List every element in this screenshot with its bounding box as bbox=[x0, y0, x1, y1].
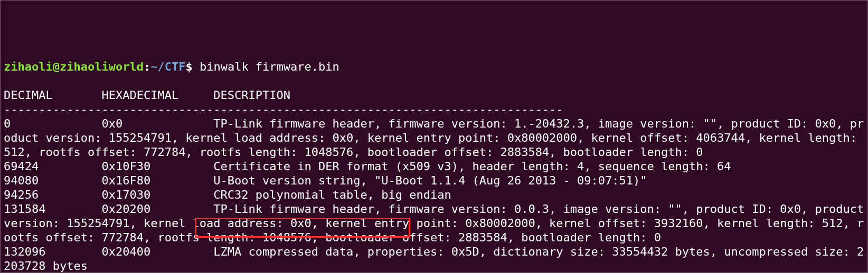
output-line: 0 0x0 TP-Link firmware header, firmware … bbox=[4, 117, 864, 159]
prompt-at: @ bbox=[53, 60, 60, 73]
command-text: binwalk firmware.bin bbox=[200, 60, 339, 73]
prompt-host: zihaoliworld bbox=[60, 60, 144, 73]
output-line: 94080 0x16F80 U-Boot version string, "U-… bbox=[4, 174, 647, 187]
output-rule: ----------------------------------------… bbox=[4, 103, 563, 116]
output-line: 131584 0x20200 TP-Link firmware header, … bbox=[4, 202, 868, 244]
output-line: 94256 0x17030 CRC32 polynomial table, bi… bbox=[4, 188, 451, 201]
output-line: 132096 0x20400 LZMA compressed data, pro… bbox=[4, 245, 864, 272]
output-line: 69424 0x10F30 Certificate in DER format … bbox=[4, 160, 731, 173]
terminal-output[interactable]: zihaoli@zihaoliworld:~/CTF$ binwalk firm… bbox=[4, 60, 864, 273]
prompt-dollar: $ bbox=[185, 60, 200, 73]
output-header: DECIMAL HEXADECIMAL DESCRIPTION bbox=[4, 89, 290, 102]
prompt-path: ~/CTF bbox=[150, 60, 185, 73]
prompt-colon: : bbox=[144, 60, 150, 73]
prompt-user: zihaoli bbox=[4, 60, 53, 73]
